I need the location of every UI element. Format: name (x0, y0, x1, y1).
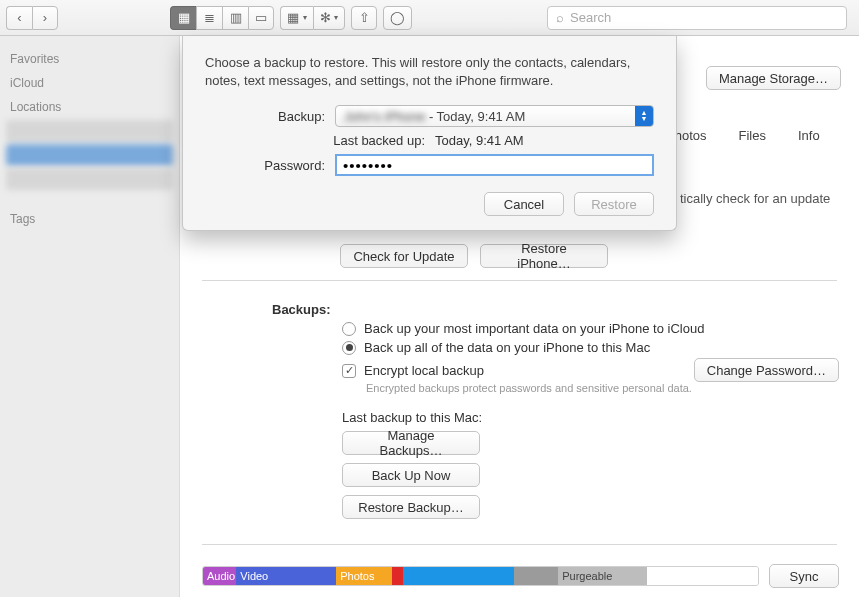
icons-view-icon: ▦ (178, 10, 190, 25)
tags-button[interactable]: ◯ (383, 6, 412, 30)
storage-bar: Audio Video Photos Purgeable (202, 566, 759, 586)
restore-backup-button[interactable]: Restore Backup… (342, 495, 480, 519)
group-button[interactable]: ▦ ▾ (280, 6, 313, 30)
list-view-icon: ≣ (204, 10, 215, 25)
encrypt-hint: Encrypted backups protect passwords and … (366, 382, 839, 394)
storage-segment (392, 567, 403, 585)
restore-sheet: Choose a backup to restore. This will re… (182, 36, 677, 231)
radio-icon (342, 322, 356, 336)
radio-checked-icon (342, 341, 356, 355)
backups-label: Backups: (272, 302, 331, 317)
tag-icon: ◯ (390, 10, 405, 25)
storage-video-segment: Video (236, 567, 336, 585)
sidebar-device-item-selected[interactable] (6, 144, 173, 166)
tab-info[interactable]: Info (792, 122, 826, 149)
gear-icon: ✻ (320, 10, 331, 25)
sheet-cancel-button[interactable]: Cancel (484, 192, 564, 216)
view-columns-button[interactable]: ▥ (222, 6, 248, 30)
share-button[interactable]: ⇧ (351, 6, 377, 30)
manage-backups-button[interactable]: Manage Backups… (342, 431, 480, 455)
sidebar-icloud-header[interactable]: iCloud (0, 70, 179, 94)
backup-dropdown-time: - Today, 9:41 AM (429, 109, 525, 124)
sidebar-device-item[interactable] (6, 120, 173, 142)
storage-segment (403, 567, 514, 585)
password-input[interactable]: •••••••• (335, 154, 654, 176)
sheet-restore-button[interactable]: Restore (574, 192, 654, 216)
search-icon: ⌕ (556, 10, 564, 25)
backups-section: Backups: Back up your most important dat… (272, 302, 839, 519)
change-password-button[interactable]: Change Password… (694, 358, 839, 382)
back-up-now-button[interactable]: Back Up Now (342, 463, 480, 487)
storage-audio-segment: Audio (203, 567, 236, 585)
columns-view-icon: ▥ (230, 10, 242, 25)
group-icon: ▦ (287, 10, 299, 25)
storage-purgeable-segment: Purgeable (558, 567, 647, 585)
restore-iphone-button[interactable]: Restore iPhone… (480, 244, 608, 268)
stepper-arrows-icon: ▲▼ (635, 106, 653, 126)
chevron-down-icon: ▾ (303, 13, 307, 22)
sheet-lastbackup-label: Last backed up: (205, 133, 435, 148)
divider (202, 280, 837, 281)
sync-button[interactable]: Sync (769, 564, 839, 588)
last-backup-label: Last backup to this Mac: (342, 410, 839, 425)
sheet-message: Choose a backup to restore. This will re… (205, 54, 654, 89)
view-gallery-button[interactable]: ▭ (248, 6, 274, 30)
search-placeholder: Search (570, 10, 611, 25)
toolbar: ‹ › ▦ ≣ ▥ ▭ ▦ ▾ ✻ ▾ ⇧ ◯ ⌕ Search (0, 0, 859, 36)
share-icon: ⇧ (359, 10, 370, 25)
chevron-down-icon: ▾ (334, 13, 338, 22)
backup-dropdown[interactable]: John's iPhone - Today, 9:41 AM ▲▼ (335, 105, 654, 127)
checkbox-checked-icon (342, 364, 356, 378)
backup-dropdown-name: John's iPhone (344, 109, 425, 124)
update-note: tically check for an update (680, 191, 830, 206)
action-menu-button[interactable]: ✻ ▾ (313, 6, 346, 30)
nav-back-button[interactable]: ‹ (6, 6, 32, 30)
divider (202, 544, 837, 545)
nav-forward-button[interactable]: › (32, 6, 58, 30)
sheet-password-label: Password: (205, 158, 335, 173)
search-input[interactable]: ⌕ Search (547, 6, 847, 30)
encrypt-label: Encrypt local backup (364, 363, 484, 378)
backup-icloud-radio-row[interactable]: Back up your most important data on your… (342, 321, 839, 336)
manage-storage-button[interactable]: Manage Storage… (706, 66, 841, 90)
check-for-update-button[interactable]: Check for Update (340, 244, 468, 268)
storage-free-segment (647, 567, 758, 585)
sidebar-favorites-header[interactable]: Favorites (0, 46, 179, 70)
gallery-view-icon: ▭ (255, 10, 267, 25)
view-list-button[interactable]: ≣ (196, 6, 222, 30)
sidebar-tags-header[interactable]: Tags (0, 206, 179, 230)
backup-mac-label: Back up all of the data on your iPhone t… (364, 340, 650, 355)
view-icons-button[interactable]: ▦ (170, 6, 196, 30)
sheet-backup-label: Backup: (205, 109, 335, 124)
backup-mac-radio-row[interactable]: Back up all of the data on your iPhone t… (342, 340, 839, 355)
sidebar-locations-header[interactable]: Locations (0, 94, 179, 118)
backup-icloud-label: Back up your most important data on your… (364, 321, 704, 336)
storage-photos-segment: Photos (336, 567, 392, 585)
storage-segment (514, 567, 558, 585)
sheet-lastbackup-value: Today, 9:41 AM (435, 133, 524, 148)
sidebar-device-item[interactable] (6, 168, 173, 190)
sidebar: Favorites iCloud Locations Tags (0, 36, 180, 597)
tab-files[interactable]: Files (732, 122, 771, 149)
password-value: •••••••• (343, 157, 393, 174)
